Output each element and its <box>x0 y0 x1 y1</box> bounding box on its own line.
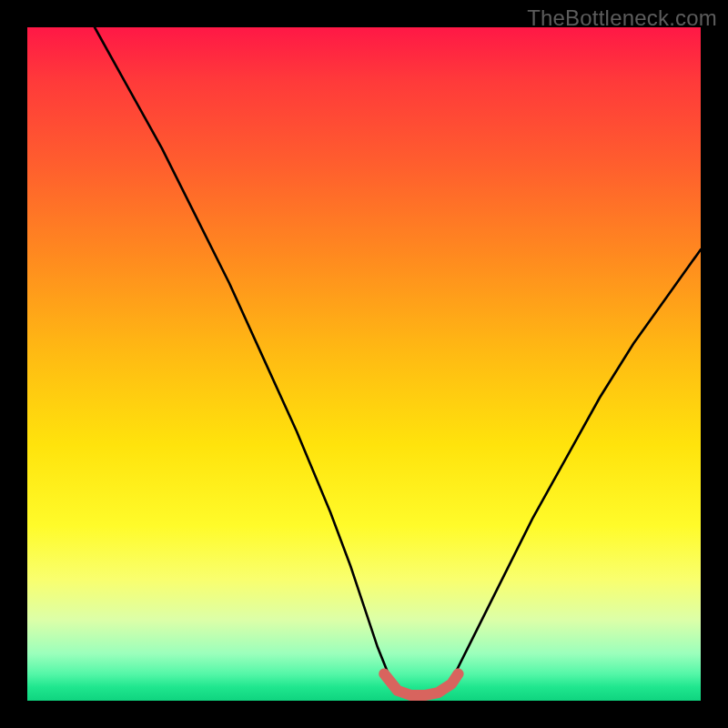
watermark-text: TheBottleneck.com <box>527 5 717 31</box>
curve-basin <box>384 673 458 695</box>
curve-right-branch <box>451 249 701 681</box>
plot-area <box>27 27 701 701</box>
chart-frame: TheBottleneck.com <box>0 0 728 728</box>
curve-left-branch <box>95 27 391 681</box>
chart-svg <box>27 27 701 701</box>
